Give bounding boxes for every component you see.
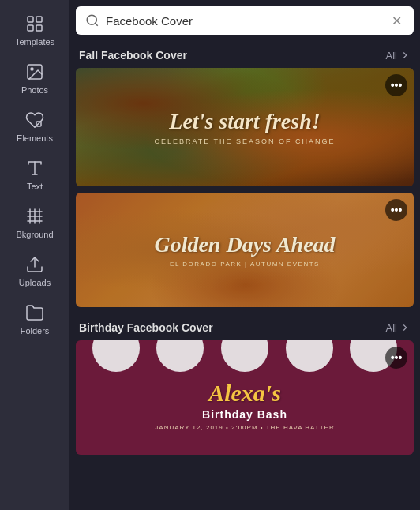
sidebar-item-uploads[interactable]: Uploads xyxy=(0,247,69,295)
chevron-right-icon xyxy=(399,50,411,61)
fall-section-header: Fall Facebook Cover All xyxy=(76,41,414,68)
svg-rect-0 xyxy=(28,17,33,22)
card-golden-days[interactable]: Golden Days Ahead El Dorado Park | Autum… xyxy=(76,193,414,307)
sidebar-label-folders: Folders xyxy=(21,326,50,336)
sidebar-label-elements: Elements xyxy=(17,133,53,143)
layout-icon xyxy=(25,14,44,33)
card-birthday-more-button[interactable]: ••• xyxy=(385,347,407,369)
sidebar-label-templates: Templates xyxy=(15,37,54,47)
svg-point-5 xyxy=(31,68,33,70)
card-golden-more-button[interactable]: ••• xyxy=(385,199,407,221)
svg-rect-1 xyxy=(36,17,42,22)
sidebar-label-background: Bkground xyxy=(16,230,53,239)
card-birthday-name: Alexa's xyxy=(155,380,334,407)
search-clear-button[interactable]: ✕ xyxy=(388,13,404,28)
chevron-right-birthday-icon xyxy=(399,322,411,333)
circle-3 xyxy=(221,340,268,372)
sidebar-item-folders[interactable]: Folders xyxy=(0,295,69,343)
card-birthday-details: January 12, 2019 • 2:00PM • The Hava Hat… xyxy=(155,424,334,431)
card-lets-start[interactable]: Let's start fresh! Celebrate the season … xyxy=(76,68,414,186)
card-fall-title: Let's start fresh! xyxy=(154,109,335,134)
grid-icon xyxy=(25,207,44,226)
card-golden-background: Golden Days Ahead El Dorado Park | Autum… xyxy=(76,193,414,307)
sidebar-item-text[interactable]: Text xyxy=(0,151,69,199)
elements-icon xyxy=(25,111,44,129)
circle-4 xyxy=(286,340,333,372)
birthday-section-title: Birthday Facebook Cover xyxy=(79,321,213,334)
image-icon xyxy=(25,62,44,81)
sidebar-item-templates[interactable]: Templates xyxy=(0,6,69,54)
sidebar-label-text: Text xyxy=(27,182,43,191)
search-bar: ✕ xyxy=(76,6,414,35)
upload-icon xyxy=(25,255,44,274)
card-birthday-alexa[interactable]: Alexa's Birthday Bash January 12, 2019 •… xyxy=(76,340,414,455)
card-fall-text: Let's start fresh! Celebrate the season … xyxy=(154,109,335,145)
sidebar-label-uploads: Uploads xyxy=(19,278,51,287)
fall-section-all-button[interactable]: All xyxy=(386,50,411,62)
sidebar-item-background[interactable]: Bkground xyxy=(0,199,69,247)
card-golden-subtitle: El Dorado Park | Autumn Events xyxy=(154,261,335,268)
search-input[interactable] xyxy=(106,14,382,28)
svg-rect-3 xyxy=(36,25,42,31)
card-fall-background: Let's start fresh! Celebrate the season … xyxy=(76,68,414,186)
circle-1 xyxy=(92,340,140,372)
card-birthday-background: Alexa's Birthday Bash January 12, 2019 •… xyxy=(76,340,414,455)
template-results: Fall Facebook Cover All Let's start fres… xyxy=(69,41,420,510)
card-golden-title: Golden Days Ahead xyxy=(154,232,335,257)
main-content: ✕ Fall Facebook Cover All Let's start fr… xyxy=(69,0,420,510)
svg-rect-2 xyxy=(28,25,33,31)
sidebar-item-elements[interactable]: Elements xyxy=(0,103,69,151)
birthday-section-header: Birthday Facebook Cover All xyxy=(76,313,414,340)
sidebar-item-photos[interactable]: Photos xyxy=(0,54,69,103)
card-birthday-text: Alexa's Birthday Bash January 12, 2019 •… xyxy=(155,380,334,431)
svg-line-17 xyxy=(95,23,97,25)
folder-icon xyxy=(25,303,44,322)
svg-point-16 xyxy=(87,15,96,24)
card-birthday-event: Birthday Bash xyxy=(155,408,334,421)
birthday-circles xyxy=(76,340,414,372)
birthday-section-all-button[interactable]: All xyxy=(386,322,411,334)
sidebar: Templates Photos Elements Text xyxy=(0,0,69,510)
circle-2 xyxy=(156,340,204,372)
search-icon xyxy=(85,13,99,28)
card-fall-subtitle: Celebrate the season of change xyxy=(154,137,335,145)
card-golden-text: Golden Days Ahead El Dorado Park | Autum… xyxy=(154,232,335,268)
card-more-button[interactable]: ••• xyxy=(385,74,407,96)
text-icon xyxy=(25,159,44,178)
sidebar-label-photos: Photos xyxy=(21,85,48,95)
fall-section-title: Fall Facebook Cover xyxy=(79,49,187,62)
